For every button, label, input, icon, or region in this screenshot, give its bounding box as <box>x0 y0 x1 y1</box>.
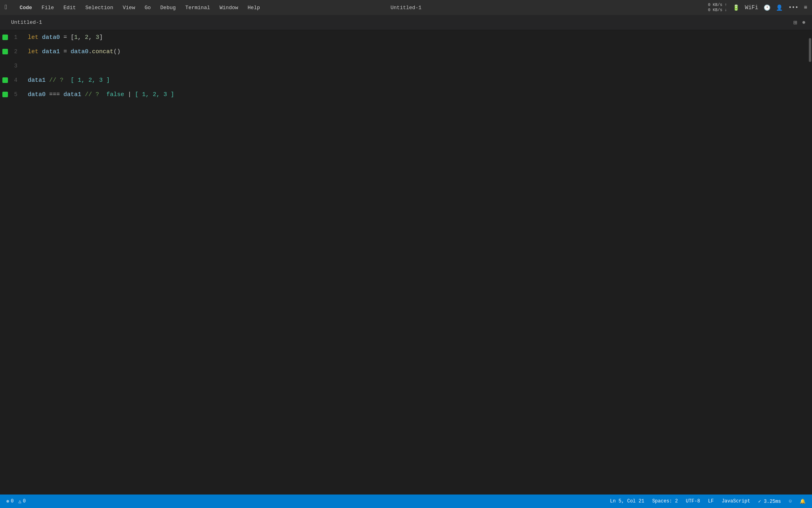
cursor-position[interactable]: Ln 5, Col 21 <box>610 498 644 504</box>
method-concat: concat <box>92 48 113 55</box>
line-number-2: 2 <box>10 48 17 55</box>
keyword-let-1: let <box>28 34 38 41</box>
error-count[interactable]: ⊗ 0 △ 0 <box>6 498 26 504</box>
file-encoding[interactable]: UTF-8 <box>686 498 700 504</box>
tab-icons: ⊞ ● <box>793 19 806 27</box>
line-ending[interactable]: LF <box>708 498 714 504</box>
smiley-icon[interactable]: ☺ <box>789 498 792 504</box>
code-line-4[interactable]: data1 // ? [ 1, 2, 3 ] <box>28 73 807 87</box>
comment-q4: // ? <box>49 77 63 84</box>
gutter-line-1: 1 <box>0 30 20 44</box>
scrollbar[interactable] <box>807 30 812 495</box>
code-area[interactable]: let data0 = [ 1 , 2 , 3 ] let data1 = da… <box>20 30 807 495</box>
list-icon: ≡ <box>804 4 807 11</box>
split-editor-icon[interactable]: ⊞ <box>793 19 797 27</box>
var-data0-ref: data0 <box>71 48 88 55</box>
line-number-5: 5 <box>10 91 17 98</box>
breakpoint-indicator-5[interactable] <box>2 92 8 97</box>
tab-bar: Untitled-1 ⊞ ● <box>0 15 812 30</box>
apple-icon[interactable]:  <box>5 4 9 11</box>
var-data1-ref: data1 <box>28 77 46 84</box>
code-line-1[interactable]: let data0 = [ 1 , 2 , 3 ] <box>28 30 807 44</box>
result-line4: [ 1, 2, 3 ] <box>71 77 110 84</box>
window-title: Untitled-1 <box>391 5 421 11</box>
wifi-icon: WiFi <box>745 4 758 11</box>
menu-file[interactable]: File <box>37 3 59 12</box>
more-actions-icon[interactable]: ● <box>802 19 806 26</box>
result-array5: [ 1, 2, 3 ] <box>135 91 174 98</box>
statusbar-right: Ln 5, Col 21 Spaces: 2 UTF-8 LF JavaScri… <box>610 498 806 504</box>
language-mode[interactable]: JavaScript <box>722 498 750 504</box>
var-data1-ref2: data1 <box>63 91 81 98</box>
var-data0: data0 <box>42 34 60 41</box>
code-line-2[interactable]: let data1 = data0 . concat () <box>28 44 807 59</box>
statusbar-left: ⊗ 0 △ 0 <box>6 498 26 504</box>
gutter-line-2: 2 <box>0 44 20 59</box>
menu-terminal[interactable]: Terminal <box>180 3 214 12</box>
error-number: 0 <box>11 498 13 504</box>
menu-window[interactable]: Window <box>215 3 243 12</box>
line-gutter-area: 1 2 3 4 5 <box>0 30 20 495</box>
warning-icon: △ <box>18 498 21 504</box>
menu-items: Code File Edit Selection View Go Debug T… <box>15 3 708 12</box>
statusbar: ⊗ 0 △ 0 Ln 5, Col 21 Spaces: 2 UTF-8 LF … <box>0 495 812 508</box>
strict-eq-op: === <box>49 91 60 98</box>
var-data0-ref2: data0 <box>28 91 46 98</box>
menubar-right: 0 KB/s ↑0 KB/s ↓ 🔋 WiFi 🕐 👤 ••• ≡ <box>708 2 807 13</box>
network-speed: 0 KB/s ↑0 KB/s ↓ <box>708 2 727 13</box>
bell-icon[interactable]: 🔔 <box>800 498 806 504</box>
gutter-line-3: 3 <box>0 59 20 73</box>
breakpoint-indicator-1[interactable] <box>2 35 8 40</box>
error-icon: ⊗ <box>6 498 9 504</box>
battery-icon: 🔋 <box>733 4 739 11</box>
menu-view[interactable]: View <box>118 3 140 12</box>
code-line-5[interactable]: data0 === data1 // ? false | [ 1, 2, 3 ] <box>28 87 807 102</box>
line-number-1: 1 <box>10 34 17 40</box>
breakpoint-indicator-4[interactable] <box>2 77 8 83</box>
menu-edit[interactable]: Edit <box>59 3 80 12</box>
menu-go[interactable]: Go <box>140 3 156 12</box>
scrollbar-thumb[interactable] <box>809 38 811 62</box>
menu-help[interactable]: Help <box>243 3 265 12</box>
line-number-3: 3 <box>10 63 17 69</box>
menu-selection[interactable]: Selection <box>80 3 118 12</box>
code-line-3[interactable] <box>28 59 807 73</box>
line-number-4: 4 <box>10 77 17 83</box>
comment-q5: // ? <box>85 91 99 98</box>
menu-debug[interactable]: Debug <box>155 3 180 12</box>
indent-spaces[interactable]: Spaces: 2 <box>652 498 678 504</box>
editor-container: 1 2 3 4 5 let data0 = [ <box>0 30 812 495</box>
more-icon: ••• <box>788 4 798 11</box>
gutter-line-4: 4 <box>0 73 20 87</box>
gutter-line-5: 5 <box>0 87 20 102</box>
user-icon: 👤 <box>776 4 783 11</box>
var-data1: data1 <box>42 48 60 55</box>
breakpoint-indicator-2[interactable] <box>2 49 8 54</box>
menu-code[interactable]: Code <box>15 3 37 12</box>
menubar:  Code File Edit Selection View Go Debug… <box>0 0 812 15</box>
timing-info: ✓ 3.25ms <box>758 498 781 504</box>
clock-icon: 🕐 <box>764 4 770 11</box>
warning-number: 0 <box>23 498 26 504</box>
editor-tab[interactable]: Untitled-1 <box>6 17 47 28</box>
result-false: false <box>106 91 124 98</box>
keyword-let-2: let <box>28 48 38 55</box>
